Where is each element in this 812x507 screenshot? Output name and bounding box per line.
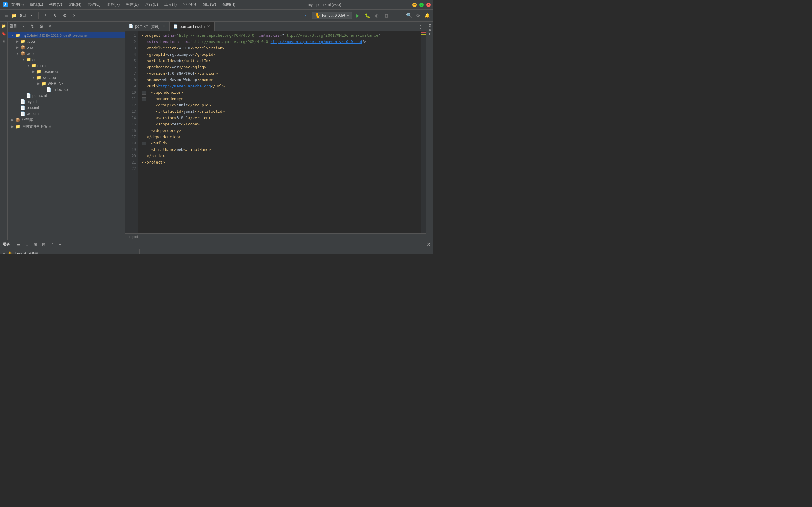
tree-item-idea[interactable]: ▶ 📁 .idea [8, 38, 125, 44]
tab-icon-pom-one: 📄 [129, 24, 133, 28]
profile-button[interactable]: ◐ [373, 11, 381, 20]
tree-item-external-libs[interactable]: ▶ 📦 外部库 [8, 117, 125, 123]
run-config-label: Tomcat 9.0.56 [321, 13, 345, 18]
window-title: my - pom.xml (web) [308, 3, 341, 7]
collapse-all-button[interactable]: ≡ [20, 22, 27, 30]
close-button[interactable]: ✕ [426, 3, 431, 7]
minimize-button[interactable]: ─ [412, 3, 417, 7]
maximize-button[interactable]: □ [419, 3, 424, 7]
search-everywhere-button[interactable]: 🔍 [405, 12, 413, 19]
menu-item-u[interactable]: 运行(U) [144, 1, 159, 8]
bottom-title: 服务 [3, 242, 10, 247]
bottom-section: 服务 ☰ ↕ ⊞ ⊟ ⇌ + ✕ ▼ 🐈 Tomcat 服务器 ▼ ⭕ 未启动 [0, 239, 433, 253]
bottom-content: ▼ 🐈 Tomcat 服务器 ▼ ⭕ 未启动 ▼ 🐈 Tomcat 9.0.56… [0, 249, 433, 253]
view-mode-button[interactable]: ⊞ [32, 241, 39, 248]
add-service-button[interactable]: + [56, 241, 63, 248]
toolbar-separator-1 [38, 12, 39, 19]
compact-dirs-button[interactable]: ⋮ [42, 12, 49, 19]
gear-settings-button[interactable]: ⚙ [38, 22, 45, 30]
maven-label[interactable]: Maven [427, 24, 432, 36]
tree-item-resources[interactable]: ▶ 📁 resources [8, 68, 125, 74]
tab-label-pom-web: pom.xml (web) [180, 24, 205, 29]
tree-item-index-jsp[interactable]: 📄 index.jsp [8, 87, 125, 93]
menu-item-vcss[interactable]: VCS(S) [182, 1, 197, 8]
sidebar-toggle-button[interactable]: ☰ [3, 12, 10, 19]
icon-tomcat-root: 🐈 [8, 251, 13, 253]
menu-item-t[interactable]: 工具(T) [163, 1, 178, 8]
file-icon-pom-xml: 📄 [26, 93, 31, 98]
tree-item-src[interactable]: ▼ 📁 src [8, 56, 125, 62]
expand-tree-button[interactable]: ▼ [28, 12, 35, 19]
tree-item-one[interactable]: ▶ 📦 one [8, 44, 125, 50]
filter-button[interactable]: ⊟ [40, 241, 47, 248]
menu-item-r[interactable]: 重构(R) [106, 1, 121, 8]
tab-pom-one[interactable]: 📄 pom.xml (one) ✕ [125, 21, 170, 31]
tab-close-pom-web[interactable]: ✕ [206, 24, 211, 29]
menu-item-b[interactable]: 构建(B) [125, 1, 140, 8]
label-tomcat-root: Tomcat 服务器 [14, 251, 39, 253]
run-config-selector[interactable]: 🐈 Tomcat 9.0.56 ▼ [312, 12, 352, 19]
tree-label-resources: resources [43, 69, 59, 74]
linked-button[interactable]: ⇌ [48, 241, 55, 248]
menu-item-f[interactable]: 文件(F) [10, 1, 25, 8]
debug-button[interactable]: 🐛 [363, 11, 371, 20]
sidebar-tree: ▼ 📁 my D:\IntelliJ IDEA 2022.3\IdeaProje… [8, 31, 125, 239]
tab-pom-web[interactable]: 📄 pom.xml (web) ✕ [170, 21, 215, 31]
locate-file-button[interactable]: ↯ [29, 22, 36, 30]
coverage-button[interactable]: ▦ [382, 11, 391, 20]
sort-services-button[interactable]: ↕ [23, 241, 31, 248]
hide-button[interactable]: ✕ [70, 12, 78, 19]
title-bar-controls: ─ □ ✕ [412, 3, 431, 7]
menu-item-c[interactable]: 代码(C) [86, 1, 102, 8]
menu-item-n[interactable]: 导航(N) [67, 1, 83, 8]
tree-item-webinf[interactable]: ▶ 📁 WEB-INF [8, 80, 125, 87]
module-icon-web: 📦 [20, 51, 26, 56]
menu-item-h[interactable]: 帮助(H) [221, 1, 237, 8]
folder-icon-temp-files: 📁 [15, 124, 20, 129]
menu-item-e[interactable]: 编辑(E) [29, 1, 44, 8]
undo-button[interactable]: ↩ [303, 12, 310, 19]
maven-panel[interactable]: Maven [426, 21, 433, 239]
folder-icon-webinf: 📁 [41, 81, 46, 86]
tab-options-button[interactable]: ⋮ [417, 23, 424, 31]
project-panel-icon[interactable]: 📁 [1, 23, 7, 29]
scroll-to-source-button[interactable]: ↯ [51, 12, 59, 19]
notifications-button[interactable]: 🔔 [423, 12, 431, 19]
tree-item-web[interactable]: ▼ 📦 web [8, 50, 125, 56]
run-button[interactable]: ▶ [354, 11, 362, 20]
title-bar-left: J 文件(F)编辑(E)视图(V)导航(N)代码(C)重构(R)构建(B)运行(… [3, 1, 237, 8]
code-area[interactable]: <project xmlns="http://maven.apache.org/… [138, 31, 421, 233]
tree-item-my-iml[interactable]: 📄 my.iml [8, 99, 125, 105]
menu-item-w[interactable]: 窗口(W) [201, 1, 217, 8]
settings-button[interactable]: ⚙ [61, 12, 68, 19]
tree-label-webapp: webapp [43, 75, 56, 80]
tree-label-idea: .idea [27, 39, 35, 44]
bottom-tabs: 服务 ☰ ↕ ⊞ ⊟ ⇌ + ✕ [0, 240, 433, 249]
arrow-one: ▶ [15, 46, 20, 49]
arrow-resources: ▶ [31, 70, 36, 73]
arrow-my: ▼ [10, 34, 15, 37]
sidebar-close-button[interactable]: ✕ [46, 22, 54, 30]
chevron-down-icon: ▼ [346, 14, 350, 17]
tab-close-pom-one[interactable]: ✕ [161, 24, 165, 28]
tree-item-one-iml[interactable]: 📄 one.iml [8, 105, 125, 111]
toolbar-separator-2 [403, 12, 403, 19]
more-run-button[interactable]: ⋮ [392, 11, 400, 20]
structure-icon[interactable]: ⊞ [1, 38, 7, 44]
folder-icon-main: 📁 [31, 63, 36, 68]
group-services-button[interactable]: ☰ [15, 241, 22, 248]
close-bottom-button[interactable]: ✕ [426, 242, 431, 247]
tree-item-temp-files[interactable]: ▶ 📁 临时文件和控制台 [8, 123, 125, 130]
tree-item-webapp[interactable]: ▼ 📁 webapp [8, 74, 125, 80]
tree-item-my[interactable]: ▼ 📁 my D:\IntelliJ IDEA 2022.3\IdeaProje… [8, 32, 125, 38]
tree-label-index-jsp: index.jsp [53, 88, 67, 92]
tree-item-main[interactable]: ▼ 📁 main [8, 62, 125, 68]
service-item-tomcat-root[interactable]: ▼ 🐈 Tomcat 服务器 [0, 250, 139, 253]
menu-item-v[interactable]: 视图(V) [48, 1, 63, 8]
tree-label-my-iml: my.iml [27, 100, 38, 104]
settings-gear-button[interactable]: ⚙ [414, 12, 422, 19]
tree-item-pom-xml[interactable]: 📄 pom.xml [8, 93, 125, 99]
app-icon: J [3, 2, 8, 7]
tree-item-web-iml[interactable]: 📄 web.iml [8, 111, 125, 117]
bookmarks-icon[interactable]: 🔖 [1, 31, 7, 37]
